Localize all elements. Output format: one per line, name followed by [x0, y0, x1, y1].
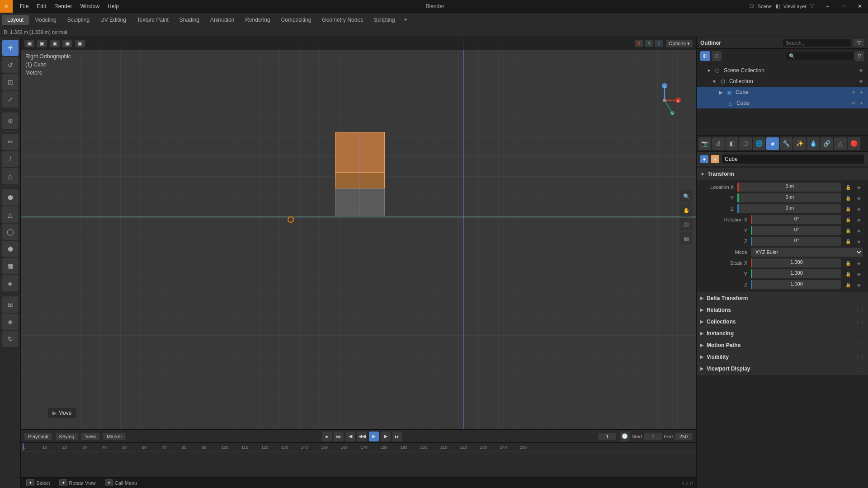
transform-section-header[interactable]: ▼ Transform ⋮⋮: [697, 168, 868, 180]
collections-options-icon[interactable]: ⋮⋮: [855, 319, 864, 324]
keyframe-dot-button[interactable]: ●: [322, 432, 332, 441]
tool-annotate-line[interactable]: /: [2, 151, 19, 167]
scene-collection-visible-icon[interactable]: 👁: [858, 67, 864, 74]
viewport-container[interactable]: ▣ ▣ ▣ ▣ ▣ X Y Z Options ▾ Right Orthogra…: [21, 37, 696, 488]
tool-add-cylinder[interactable]: ▦: [2, 258, 19, 274]
scale-y-lock-icon[interactable]: 🔒: [844, 270, 852, 277]
cube-item[interactable]: ▶ ▣ Cube 👁 ✦: [697, 87, 868, 98]
next-frame-button[interactable]: ▶: [381, 432, 391, 441]
object-name-input[interactable]: [722, 155, 864, 164]
props-tab-material[interactable]: 🔴: [848, 137, 860, 150]
view-layer-name[interactable]: ViewLayer: [783, 4, 807, 9]
vp-camera-button[interactable]: 🎥: [680, 218, 693, 231]
delta-options-icon[interactable]: ⋮⋮: [855, 296, 864, 300]
playback-menu-button[interactable]: Playback: [24, 433, 52, 440]
viewport-axes-gizmo[interactable]: Z X Y: [646, 82, 683, 118]
props-tab-render[interactable]: 📷: [698, 137, 711, 150]
move-widget[interactable]: ▶ Move: [48, 408, 76, 418]
location-y-anim-icon[interactable]: ◆: [855, 194, 863, 202]
object-color-swatch[interactable]: ▣: [711, 155, 719, 163]
tool-measure[interactable]: △: [2, 168, 19, 184]
viewport-object-button[interactable]: ▣: [75, 40, 85, 47]
start-frame-input[interactable]: [644, 433, 662, 440]
tool-spin[interactable]: ↻: [2, 331, 19, 347]
end-frame-input[interactable]: [675, 433, 693, 440]
cube-sub-select-icon[interactable]: ✦: [858, 100, 864, 106]
menu-help[interactable]: Help: [104, 2, 123, 10]
location-x-input[interactable]: 0 m: [737, 183, 841, 192]
cube-visible-icon[interactable]: 👁: [850, 89, 857, 95]
go-last-button[interactable]: ⏭: [392, 432, 402, 441]
relations-options-icon[interactable]: ⋮⋮: [855, 307, 864, 312]
tool-transform[interactable]: ⤢: [2, 91, 19, 108]
menu-edit[interactable]: Edit: [33, 2, 50, 10]
scale-y-input[interactable]: 1.000: [751, 269, 841, 278]
props-tab-physics[interactable]: 💧: [807, 137, 820, 150]
tool-rotate[interactable]: ↺: [2, 57, 19, 73]
location-y-lock-icon[interactable]: 🔒: [844, 194, 852, 202]
tab-geometry-nodes[interactable]: Geometry Nodes: [316, 15, 368, 25]
minimize-button[interactable]: −: [819, 0, 835, 13]
tab-rendering[interactable]: Rendering: [240, 15, 275, 25]
tab-animation[interactable]: Animation: [205, 15, 240, 25]
tab-modeling[interactable]: Modeling: [29, 15, 62, 25]
scene-name[interactable]: Scene: [758, 4, 772, 9]
constraint-x-button[interactable]: X: [635, 40, 643, 47]
scale-x-lock-icon[interactable]: 🔒: [844, 259, 852, 267]
transform-options-icon[interactable]: ⋮⋮: [855, 172, 864, 177]
keying-menu-button[interactable]: Keying: [56, 433, 78, 440]
header-search[interactable]: [786, 52, 854, 60]
tab-shading[interactable]: Shading: [174, 15, 205, 25]
scale-z-input[interactable]: 1.000: [751, 280, 841, 289]
props-tab-view-layer[interactable]: ◧: [726, 137, 738, 150]
scene-collection-label[interactable]: Scene Collection: [724, 67, 855, 74]
props-tab-constraints[interactable]: 🔗: [821, 137, 833, 150]
tab-texture-paint[interactable]: Texture Paint: [132, 15, 174, 25]
filter-icon[interactable]: ▽: [810, 3, 814, 9]
cube-item-label[interactable]: Cube: [736, 89, 848, 95]
collections-section[interactable]: ▶ Collections ⋮⋮: [697, 316, 868, 328]
tab-compositing[interactable]: Compositing: [276, 15, 317, 25]
cube-sub-item[interactable]: △ Cube 👁 ✦: [697, 98, 868, 108]
motion-paths-section[interactable]: ▶ Motion Paths ⋮⋮: [697, 339, 868, 351]
props-tab-particles[interactable]: ✨: [793, 137, 806, 150]
play-button[interactable]: ▶: [369, 432, 379, 441]
view-layer-icon-btn[interactable]: ◧: [700, 51, 710, 61]
tool-add-cone[interactable]: △: [2, 206, 19, 223]
scene-icon-btn[interactable]: ⬡: [712, 51, 722, 61]
rotation-x-anim-icon[interactable]: ◆: [855, 216, 863, 223]
location-z-anim-icon[interactable]: ◆: [855, 205, 863, 212]
location-z-input[interactable]: 0 m: [737, 204, 841, 213]
location-y-input[interactable]: 0 m: [737, 193, 841, 202]
cube-select-icon[interactable]: ✦: [858, 89, 864, 95]
rotation-mode-select[interactable]: XYZ Euler: [751, 248, 863, 257]
props-tab-world[interactable]: 🌐: [753, 137, 765, 150]
props-tab-scene[interactable]: ⬡: [739, 137, 752, 150]
rotation-z-input[interactable]: 0°: [751, 237, 841, 246]
close-button[interactable]: ✕: [852, 0, 868, 13]
location-x-lock-icon[interactable]: 🔒: [844, 183, 852, 191]
tab-layout[interactable]: Layout: [2, 15, 29, 25]
tool-move[interactable]: ✛: [2, 40, 19, 56]
menu-render[interactable]: Render: [51, 2, 75, 10]
tool-scale[interactable]: ⊡: [2, 74, 19, 90]
viewport-add-button[interactable]: ▣: [62, 40, 72, 47]
outliner-filter-button[interactable]: ▽: [854, 39, 864, 47]
constraint-y-button[interactable]: Y: [645, 40, 653, 47]
vp-grid-button[interactable]: ▦: [680, 232, 693, 245]
scale-x-anim-icon[interactable]: ◆: [855, 259, 863, 267]
tool-add-torus[interactable]: ◈: [2, 275, 19, 291]
tool-special[interactable]: ◈: [2, 314, 19, 330]
menu-window[interactable]: Window: [76, 2, 103, 10]
tool-extrude[interactable]: ⊞: [2, 296, 19, 313]
menu-file[interactable]: File: [16, 2, 32, 10]
tool-add-cube[interactable]: ⬢: [2, 189, 19, 206]
tool-add-sphere[interactable]: ◯: [2, 224, 19, 240]
props-tab-output[interactable]: 🖨: [712, 137, 725, 150]
relations-section[interactable]: ▶ Relations ⋮⋮: [697, 304, 868, 316]
marker-menu-button[interactable]: Marker: [103, 433, 126, 440]
maximize-button[interactable]: □: [835, 0, 852, 13]
viewport-menu-button[interactable]: ▣: [24, 40, 34, 47]
tool-cursor[interactable]: ⊕: [2, 113, 19, 129]
panel-filter-icon[interactable]: ▽: [854, 51, 864, 61]
